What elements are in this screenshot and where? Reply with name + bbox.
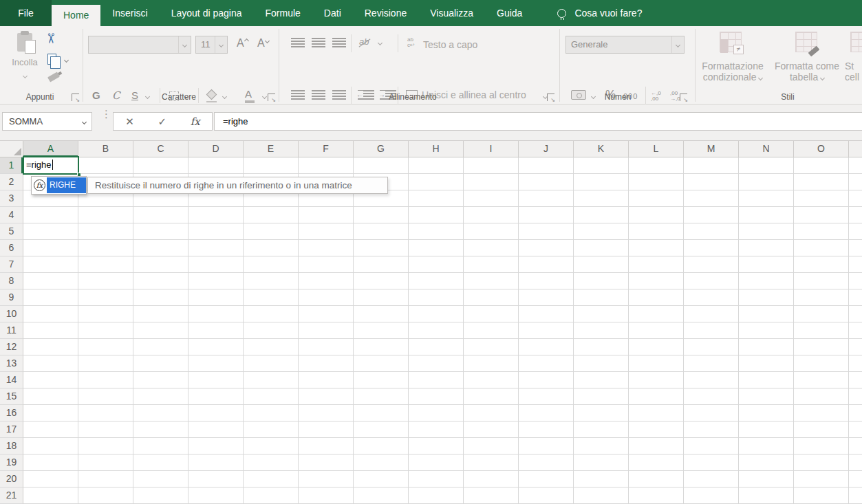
allineamento-dialog-launcher[interactable]: [547, 94, 554, 101]
cell-styles-button[interactable]: St cell: [845, 61, 862, 83]
font-color-chevron-icon[interactable]: [262, 94, 267, 99]
align-bottom-button[interactable]: [332, 38, 346, 47]
enter-icon[interactable]: ✓: [158, 116, 166, 128]
copy-chevron-icon[interactable]: [64, 58, 69, 63]
row-header-14[interactable]: 14: [0, 372, 23, 388]
column-header-g[interactable]: G: [354, 141, 409, 157]
name-box[interactable]: SOMMA: [2, 112, 92, 131]
row-header-12[interactable]: 12: [0, 339, 23, 355]
row-header-9[interactable]: 9: [0, 289, 23, 306]
separator: [398, 34, 398, 52]
tab-layout-di-pagina[interactable]: Layout di pagina: [160, 0, 254, 26]
row-header-11[interactable]: 11: [0, 322, 23, 339]
row-header-21[interactable]: 21: [0, 487, 23, 504]
cancel-icon[interactable]: ✕: [125, 116, 134, 128]
fill-chevron-icon[interactable]: [222, 94, 227, 99]
number-format-combo[interactable]: Generale: [565, 36, 685, 54]
number-format-dropdown-icon[interactable]: [671, 36, 684, 53]
row-header-3[interactable]: 3: [0, 190, 23, 207]
wrap-text-button[interactable]: Testo a capo: [423, 39, 477, 50]
appunti-dialog-launcher[interactable]: [72, 94, 79, 101]
row-header-2[interactable]: 2: [0, 174, 23, 190]
conditional-formatting-button[interactable]: Formattazione condizionale: [695, 61, 771, 83]
column-header-a[interactable]: A: [23, 141, 78, 157]
formula-input[interactable]: =righe: [214, 112, 862, 131]
row-header-7[interactable]: 7: [0, 256, 23, 273]
column-header-m[interactable]: M: [684, 141, 739, 157]
align-middle-button[interactable]: [312, 38, 325, 47]
column-header-partial[interactable]: [849, 141, 862, 157]
row-header-6[interactable]: 6: [0, 240, 23, 256]
name-box-dropdown-icon[interactable]: [76, 116, 91, 128]
accounting-format-button[interactable]: [571, 90, 586, 100]
tab-inserisci[interactable]: Inserisci: [100, 0, 159, 26]
tab-dati[interactable]: Dati: [312, 0, 353, 26]
underline-button[interactable]: S: [131, 89, 138, 101]
row-header-15[interactable]: 15: [0, 388, 23, 405]
column-header-b[interactable]: B: [78, 141, 133, 157]
row-header-17[interactable]: 17: [0, 421, 23, 438]
column-header-c[interactable]: C: [133, 141, 188, 157]
cut-button[interactable]: ✂: [44, 33, 58, 45]
carattere-dialog-launcher[interactable]: [268, 94, 275, 101]
format-as-table-button[interactable]: Formatta come tabella: [771, 61, 843, 83]
row-header-5[interactable]: 5: [0, 223, 23, 240]
grid-cells[interactable]: [23, 157, 862, 504]
decrease-decimal-button[interactable]: ,00→,0: [670, 91, 680, 102]
insert-function-icon[interactable]: fx: [191, 116, 200, 128]
column-header-f[interactable]: F: [299, 141, 354, 157]
align-center-button[interactable]: [312, 90, 325, 100]
shrink-font-button[interactable]: A: [257, 37, 269, 50]
paste-button[interactable]: Incolla: [6, 30, 44, 94]
align-left-button[interactable]: [291, 90, 305, 100]
increase-decimal-button[interactable]: ←,0,00: [651, 91, 661, 102]
orientation-chevron-icon[interactable]: [378, 41, 382, 45]
row-header-1[interactable]: 1: [0, 157, 23, 174]
row-header-13[interactable]: 13: [0, 355, 23, 372]
italic-button[interactable]: C: [112, 89, 120, 102]
column-header-k[interactable]: K: [574, 141, 629, 157]
font-name-dropdown-icon[interactable]: [178, 36, 191, 53]
font-name-combo[interactable]: [88, 36, 191, 54]
column-header-d[interactable]: D: [188, 141, 244, 157]
tab-formule[interactable]: Formule: [253, 0, 312, 26]
orientation-button[interactable]: ab: [359, 36, 369, 47]
ribbon: Incolla ✂ Appunti 11 A A G C S A C: [0, 26, 862, 105]
tell-me-search[interactable]: Cosa vuoi fare?: [557, 0, 642, 26]
bold-button[interactable]: G: [92, 89, 100, 101]
column-header-e[interactable]: E: [244, 141, 299, 157]
active-cell-a1[interactable]: =righe: [23, 156, 79, 175]
row-header-4[interactable]: 4: [0, 207, 23, 223]
grow-font-button[interactable]: A: [237, 37, 248, 50]
autocomplete-item-righe[interactable]: RIGHE: [47, 177, 86, 193]
tab-visualizza[interactable]: Visualizza: [418, 0, 485, 26]
row-header-8[interactable]: 8: [0, 273, 23, 289]
tab-guida[interactable]: Guida: [485, 0, 534, 26]
format-painter-button[interactable]: [47, 72, 60, 83]
row-header-16[interactable]: 16: [0, 405, 23, 421]
copy-button[interactable]: [47, 54, 56, 65]
font-size-combo[interactable]: 11: [195, 36, 228, 54]
row-header-10[interactable]: 10: [0, 306, 23, 322]
column-header-h[interactable]: H: [409, 141, 464, 157]
select-all-corner[interactable]: [0, 141, 23, 157]
column-header-n[interactable]: N: [739, 141, 794, 157]
font-size-dropdown-icon[interactable]: [215, 36, 227, 53]
column-header-l[interactable]: L: [629, 141, 684, 157]
align-right-button[interactable]: [332, 90, 346, 100]
tab-revisione[interactable]: Revisione: [353, 0, 418, 26]
tab-home[interactable]: Home: [52, 5, 100, 26]
numeri-dialog-launcher[interactable]: [680, 94, 687, 101]
row-header-19[interactable]: 19: [0, 454, 23, 471]
row-header-18[interactable]: 18: [0, 438, 23, 454]
font-color-button[interactable]: A: [245, 88, 255, 103]
column-header-j[interactable]: J: [519, 141, 574, 157]
accounting-chevron-icon[interactable]: [591, 94, 596, 99]
row-header-20[interactable]: 20: [0, 471, 23, 487]
column-header-i[interactable]: I: [464, 141, 519, 157]
formula-bar-grip[interactable]: ⋮: [101, 110, 111, 118]
column-header-o[interactable]: O: [794, 141, 849, 157]
align-top-button[interactable]: [291, 38, 305, 47]
decrease-indent-button[interactable]: [358, 90, 374, 100]
tab-file[interactable]: File: [0, 0, 52, 26]
